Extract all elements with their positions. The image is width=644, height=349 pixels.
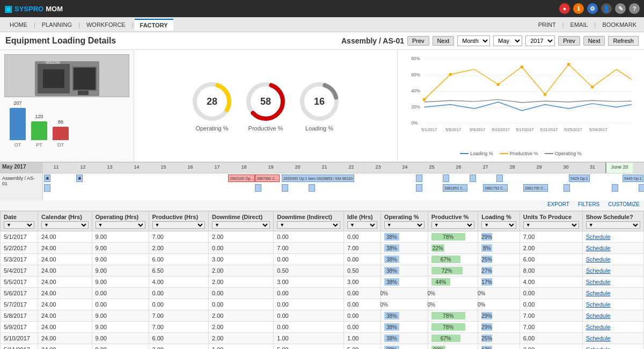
user-icon[interactable]: 👤: [601, 3, 612, 14]
cell-load-pct: 27%: [478, 265, 520, 277]
cell-prod-pct: 33%: [428, 344, 478, 350]
svg-text:5/25/2017: 5/25/2017: [564, 127, 582, 132]
customize-button[interactable]: CUSTOMIZE: [608, 201, 640, 207]
gantt-bar-2[interactable]: [44, 184, 50, 192]
cell-prod-pct: 67%: [428, 254, 478, 265]
gantt-bar[interactable]: [443, 174, 449, 182]
cell-schedule[interactable]: Schedule: [582, 322, 643, 333]
filters-button[interactable]: FILTERS: [578, 201, 599, 207]
cell-op-pct: 38%: [380, 322, 428, 333]
cell-schedule[interactable]: Schedule: [582, 277, 643, 288]
cell-dt-indirect: 7.00: [274, 243, 344, 254]
gantt-bar[interactable]: ▣: [44, 174, 50, 182]
cell-schedule[interactable]: Schedule: [582, 254, 643, 265]
nav-factory[interactable]: FACTORY: [135, 19, 173, 31]
col-productive-filter[interactable]: ▼: [152, 221, 206, 229]
month-select[interactable]: MayJune: [493, 35, 522, 46]
col-load-pct: Loading % ▼: [478, 212, 520, 231]
gantt-bar[interactable]: [470, 174, 476, 182]
print-button[interactable]: PRINT: [535, 20, 559, 29]
gantt-bar-2d[interactable]: [309, 184, 315, 192]
cell-schedule[interactable]: Schedule: [582, 265, 643, 277]
svg-text:5/17/2017: 5/17/2017: [516, 127, 533, 132]
gantt-bar-2k[interactable]: [639, 184, 644, 192]
gantt-bar[interactable]: ▣: [76, 174, 83, 182]
cell-prod-pct: 72%: [428, 265, 478, 277]
logo-syspro: SYSPRO: [14, 5, 43, 13]
cell-units: 0.00: [519, 299, 582, 310]
bookmark-button[interactable]: BOOKMARK: [599, 20, 640, 29]
gantt-bar-2g[interactable]: 2881752 C...: [483, 184, 508, 192]
prev-period-button[interactable]: Prev: [558, 36, 580, 46]
table-area[interactable]: Date ▼ Calendar (Hrs) ▼ Operating (Hrs) …: [0, 211, 644, 349]
cell-operating: 9.00: [92, 277, 149, 288]
legend-productive: Productive %: [500, 151, 538, 156]
cell-productive: 6.00: [149, 254, 209, 265]
email-button[interactable]: EMAIL: [567, 20, 591, 29]
next-period-button[interactable]: Next: [583, 36, 605, 46]
year-select[interactable]: 2017: [525, 35, 555, 46]
col-schedule-filter[interactable]: ▼: [586, 221, 640, 229]
col-dt-indirect-filter[interactable]: ▼: [277, 221, 340, 229]
svg-text:5/1/2017: 5/1/2017: [421, 127, 437, 132]
info-icon[interactable]: ℹ: [573, 3, 584, 14]
col-prod-pct-filter[interactable]: ▼: [431, 221, 475, 229]
gantt-bar-red[interactable]: 2892100 Op...: [228, 174, 255, 182]
settings-icon[interactable]: ⚙: [587, 3, 598, 14]
cell-idle: 0.00: [344, 299, 381, 310]
gauge-loading-value: 16: [314, 96, 325, 107]
gantt-bar-2i[interactable]: [564, 184, 570, 192]
cell-schedule[interactable]: Schedule: [582, 310, 643, 322]
nav-planning[interactable]: PLANNING: [36, 19, 77, 30]
next-assembly-button[interactable]: Next: [433, 36, 455, 46]
gantt-bar-2h[interactable]: 2881700 C...: [523, 184, 548, 192]
refresh-button[interactable]: Refresh: [608, 36, 639, 46]
gantt-bar-2f[interactable]: 2881851 C...: [443, 184, 467, 192]
cell-schedule[interactable]: Schedule: [582, 299, 643, 310]
col-operating-filter[interactable]: ▼: [96, 221, 145, 229]
col-units-filter[interactable]: ▼: [523, 221, 579, 229]
help-icon[interactable]: ?: [629, 3, 640, 14]
alert-icon[interactable]: ●: [559, 3, 570, 14]
col-load-pct-filter[interactable]: ▼: [481, 221, 516, 229]
nav-workforce[interactable]: WORKFORCE: [81, 19, 131, 30]
nav-sep-3: |: [131, 21, 135, 28]
nav-sep-2: |: [77, 21, 81, 28]
gantt-bar-2j[interactable]: [612, 184, 618, 192]
cell-schedule[interactable]: Schedule: [582, 333, 643, 344]
cell-load-pct: 29%: [478, 310, 520, 322]
col-date-filter[interactable]: ▼: [4, 221, 34, 229]
svg-point-24: [449, 73, 452, 76]
edit-icon[interactable]: ✎: [615, 3, 626, 14]
gantt-bar-2e[interactable]: [416, 184, 422, 192]
export-button[interactable]: EXPORT: [547, 201, 569, 207]
col-dt-direct: Downtime (Direct) ▼: [209, 212, 274, 231]
gantt-bar-red[interactable]: 2887300 C...: [255, 174, 280, 182]
gantt-bar-2b[interactable]: [255, 184, 261, 192]
cell-dt-indirect: 0.00: [274, 231, 344, 243]
gantt-bar-blue2[interactable]: 5429 Op:1: [569, 174, 590, 182]
gantt-bar[interactable]: [416, 174, 422, 182]
prev-assembly-button[interactable]: Prev: [407, 36, 429, 46]
gantt-bar[interactable]: [496, 174, 503, 182]
cell-date: 5/5/2017: [1, 277, 38, 288]
col-idle: Idle (Hrs) ▼: [344, 212, 381, 231]
col-calendar-filter[interactable]: ▼: [41, 221, 88, 229]
gantt-bar-blue[interactable]: 2835300 Op:1 Item:SN28853 / EM-96220: [282, 174, 354, 182]
period-select[interactable]: MonthWeekDay: [457, 35, 490, 46]
gantt-bar-2c[interactable]: [282, 184, 288, 192]
cell-units: 0.00: [519, 288, 582, 299]
cell-schedule[interactable]: Schedule: [582, 288, 643, 299]
cell-schedule[interactable]: Schedule: [582, 243, 643, 254]
gantt-bar-blue3[interactable]: 5440 Op:1: [623, 174, 643, 182]
nav-home[interactable]: HOME: [4, 19, 33, 30]
cell-idle: 0.00: [344, 254, 381, 265]
cell-schedule[interactable]: Schedule: [582, 231, 643, 243]
col-idle-filter[interactable]: ▼: [347, 221, 377, 229]
col-op-pct-filter[interactable]: ▼: [384, 221, 425, 229]
col-dt-direct-filter[interactable]: ▼: [212, 221, 270, 229]
cell-op-pct: 38%: [380, 277, 428, 288]
cell-schedule[interactable]: Schedule: [582, 344, 643, 350]
cell-dt-indirect: 0.50: [274, 265, 344, 277]
chart-legend: Loading % Productive % Operating %: [402, 150, 640, 157]
